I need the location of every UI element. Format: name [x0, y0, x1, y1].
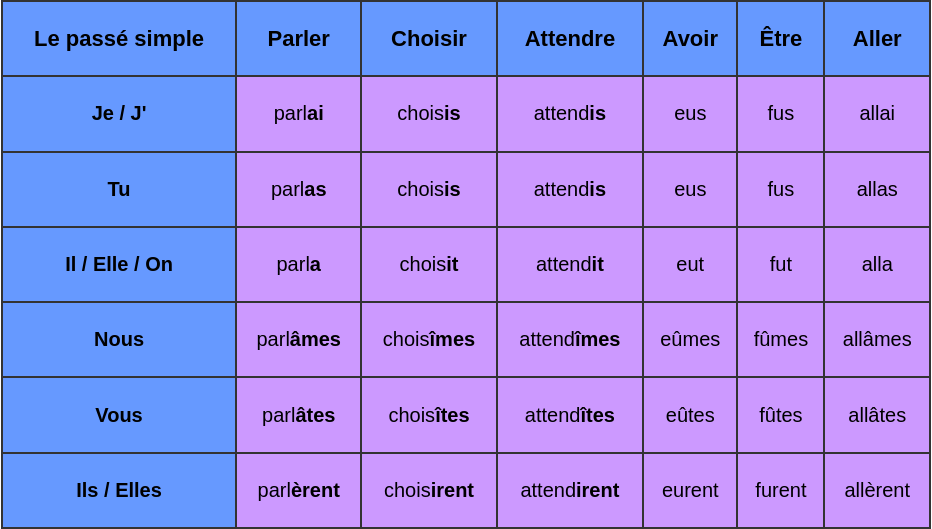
cell-aller: allas — [824, 152, 930, 227]
subject-cell: Je / J' — [2, 76, 236, 151]
cell-etre: fûmes — [737, 302, 824, 377]
header-avoir: Avoir — [643, 1, 737, 76]
cell-parler: parlâtes — [236, 377, 361, 452]
stem: attend — [536, 253, 592, 275]
cell-etre: fus — [737, 152, 824, 227]
stem: chois — [397, 178, 444, 200]
cell-parler: parlâmes — [236, 302, 361, 377]
cell-parler: parlèrent — [236, 453, 361, 528]
table-row: Vousparlâteschoisîtesattendîteseûtesfûte… — [2, 377, 930, 452]
subject-cell: Tu — [2, 152, 236, 227]
stem: parl — [271, 178, 304, 200]
ending: îmes — [430, 328, 476, 350]
ending: irent — [576, 479, 619, 501]
cell-aller: allai — [824, 76, 930, 151]
cell-choisir: choisis — [361, 152, 496, 227]
cell-attendre: attendîmes — [497, 302, 644, 377]
ending: it — [592, 253, 604, 275]
cell-choisir: choisis — [361, 76, 496, 151]
header-etre: Être — [737, 1, 824, 76]
stem: chois — [383, 328, 430, 350]
cell-attendre: attendis — [497, 152, 644, 227]
table-row: Ils / Ellesparlèrentchoisirentattendiren… — [2, 453, 930, 528]
cell-etre: fus — [737, 76, 824, 151]
ending: âtes — [295, 404, 335, 426]
table-row: Nousparlâmeschoisîmesattendîmeseûmesfûme… — [2, 302, 930, 377]
ending: is — [444, 178, 461, 200]
cell-avoir: eurent — [643, 453, 737, 528]
cell-aller: alla — [824, 227, 930, 302]
subject-cell: Ils / Elles — [2, 453, 236, 528]
cell-choisir: choisîmes — [361, 302, 496, 377]
ending: it — [446, 253, 458, 275]
cell-aller: allèrent — [824, 453, 930, 528]
stem: chois — [400, 253, 447, 275]
header-choisir: Choisir — [361, 1, 496, 76]
cell-choisir: choisit — [361, 227, 496, 302]
header-le-passe-simple: Le passé simple — [2, 1, 236, 76]
cell-avoir: eûtes — [643, 377, 737, 452]
cell-aller: allâtes — [824, 377, 930, 452]
cell-aller: allâmes — [824, 302, 930, 377]
header-attendre: Attendre — [497, 1, 644, 76]
cell-etre: furent — [737, 453, 824, 528]
ending: a — [310, 253, 321, 275]
cell-parler: parlas — [236, 152, 361, 227]
ending: âmes — [290, 328, 341, 350]
stem: attend — [520, 479, 576, 501]
subject-cell: Nous — [2, 302, 236, 377]
ending: îtes — [580, 404, 614, 426]
cell-choisir: choisirent — [361, 453, 496, 528]
conjugation-table: Le passé simple Parler Choisir Attendre … — [1, 0, 931, 529]
subject-cell: Il / Elle / On — [2, 227, 236, 302]
stem: parl — [274, 102, 307, 124]
table-row: Je / J'parlaichoisisattendiseusfusallai — [2, 76, 930, 151]
header-parler: Parler — [236, 1, 361, 76]
cell-etre: fûtes — [737, 377, 824, 452]
cell-attendre: attendis — [497, 76, 644, 151]
ending: ai — [307, 102, 324, 124]
ending: is — [589, 178, 606, 200]
ending: irent — [431, 479, 474, 501]
cell-avoir: eut — [643, 227, 737, 302]
stem: chois — [384, 479, 431, 501]
ending: is — [444, 102, 461, 124]
stem: chois — [397, 102, 444, 124]
cell-avoir: eus — [643, 152, 737, 227]
subject-cell: Vous — [2, 377, 236, 452]
table-row: Il / Elle / Onparlachoisitattenditeutfut… — [2, 227, 930, 302]
stem: attend — [534, 178, 590, 200]
cell-etre: fut — [737, 227, 824, 302]
ending: îtes — [435, 404, 469, 426]
cell-attendre: attendirent — [497, 453, 644, 528]
stem: parl — [276, 253, 309, 275]
header-aller: Aller — [824, 1, 930, 76]
stem: attend — [525, 404, 581, 426]
cell-choisir: choisîtes — [361, 377, 496, 452]
stem: parl — [258, 479, 291, 501]
cell-parler: parla — [236, 227, 361, 302]
cell-attendre: attendîtes — [497, 377, 644, 452]
ending: îmes — [575, 328, 621, 350]
cell-avoir: eûmes — [643, 302, 737, 377]
stem: attend — [534, 102, 590, 124]
cell-attendre: attendit — [497, 227, 644, 302]
stem: attend — [519, 328, 575, 350]
ending: èrent — [291, 479, 340, 501]
stem: parl — [256, 328, 289, 350]
cell-parler: parlai — [236, 76, 361, 151]
stem: parl — [262, 404, 295, 426]
ending: as — [304, 178, 326, 200]
stem: chois — [388, 404, 435, 426]
table-row: Tuparlaschoisisattendiseusfusallas — [2, 152, 930, 227]
cell-avoir: eus — [643, 76, 737, 151]
ending: is — [589, 102, 606, 124]
